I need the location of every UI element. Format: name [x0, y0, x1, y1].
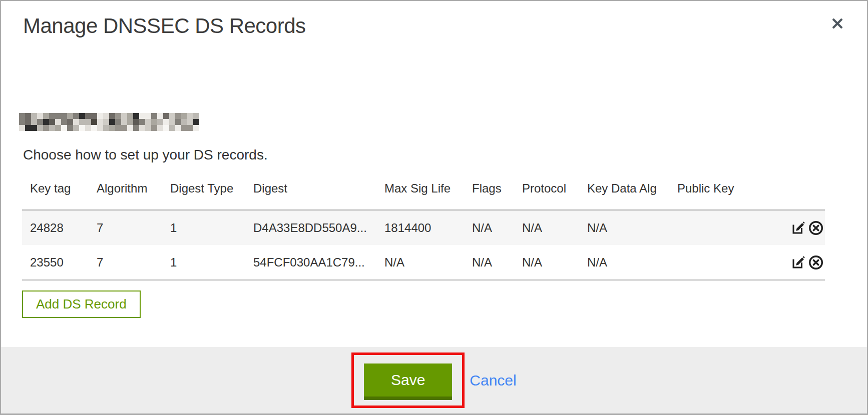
redacted-pixel [193, 119, 199, 125]
cell-digest-type: 1 [162, 210, 245, 245]
column-header-key-data-alg: Key Data Alg [579, 168, 669, 210]
redacted-pixel [115, 119, 121, 125]
manage-dnssec-ds-records-modal: Manage DNSSEC DS Records Choose how to s… [0, 0, 868, 415]
column-header-flags: Flags [464, 168, 514, 210]
redacted-pixel [91, 125, 97, 131]
modal-footer: Save Cancel [1, 347, 867, 414]
cell-key-tag: 23550 [22, 245, 89, 280]
redacted-pixel [61, 113, 67, 119]
edit-record-button[interactable] [790, 254, 806, 270]
redacted-pixel [157, 125, 163, 131]
redacted-pixel [169, 113, 175, 119]
redacted-pixel [145, 119, 151, 125]
redacted-pixel [67, 113, 73, 119]
redacted-pixel [73, 125, 79, 131]
redacted-pixel [133, 113, 139, 119]
redacted-pixel [139, 125, 145, 131]
redacted-pixel [151, 113, 157, 119]
delete-record-button[interactable] [808, 220, 824, 236]
close-button[interactable] [830, 16, 845, 31]
redacted-pixel [163, 125, 169, 131]
redacted-pixel [103, 125, 109, 131]
redacted-pixel [25, 125, 31, 131]
column-header-digest: Digest [245, 168, 376, 210]
redacted-pixel [37, 125, 43, 131]
redacted-pixel [97, 125, 103, 131]
delete-record-button[interactable] [808, 254, 824, 270]
redacted-pixel [43, 119, 49, 125]
cell-key-tag: 24828 [22, 210, 89, 245]
cell-digest: 54FCF030AA1C79... [245, 245, 376, 280]
redacted-pixel [175, 119, 181, 125]
column-header-public-key: Public Key [669, 168, 758, 210]
redacted-pixel [139, 113, 145, 119]
cell-protocol: N/A [514, 210, 579, 245]
cell-max-sig-life: 1814400 [376, 210, 464, 245]
redacted-pixel [25, 113, 31, 119]
redacted-pixel [37, 113, 43, 119]
redacted-pixel [109, 119, 115, 125]
add-ds-record-button[interactable]: Add DS Record [22, 290, 141, 318]
redacted-pixel [163, 119, 169, 125]
redacted-pixel [73, 119, 79, 125]
redacted-pixel [187, 125, 193, 131]
redacted-pixel [181, 119, 187, 125]
redacted-pixel [169, 125, 175, 131]
column-header-digest-type: Digest Type [162, 168, 245, 210]
save-button[interactable]: Save [364, 364, 452, 400]
redacted-pixel [133, 125, 139, 131]
redacted-pixel [175, 125, 181, 131]
redacted-pixel [85, 119, 91, 125]
redacted-pixel [73, 113, 79, 119]
redacted-pixel [133, 119, 139, 125]
column-header-key-tag: Key tag [22, 168, 89, 210]
redacted-pixel [25, 119, 31, 125]
redacted-pixel [49, 119, 55, 125]
redacted-pixel [193, 113, 199, 119]
delete-record-icon [808, 254, 824, 270]
redacted-pixel [109, 113, 115, 119]
redacted-pixel [145, 113, 151, 119]
redacted-pixel [121, 119, 127, 125]
cell-flags: N/A [464, 210, 514, 245]
close-icon [830, 16, 844, 30]
redacted-pixel [67, 119, 73, 125]
ds-records-table: Key tagAlgorithmDigest TypeDigestMax Sig… [22, 168, 825, 280]
redacted-pixel [187, 119, 193, 125]
redacted-pixel [169, 119, 175, 125]
redacted-pixel [97, 113, 103, 119]
redacted-pixel [31, 119, 37, 125]
modal-title: Manage DNSSEC DS Records [23, 14, 867, 38]
redacted-pixel [79, 125, 85, 131]
redacted-pixel [85, 113, 91, 119]
cancel-link[interactable]: Cancel [470, 372, 516, 389]
annotation-red-box: Save [351, 352, 465, 408]
redacted-pixel [151, 125, 157, 131]
redacted-pixel [55, 113, 61, 119]
redacted-domain-name [19, 113, 199, 131]
column-header-protocol: Protocol [514, 168, 579, 210]
redacted-pixel [181, 125, 187, 131]
cell-protocol: N/A [514, 245, 579, 280]
redacted-pixel [85, 125, 91, 131]
redacted-pixel [55, 119, 61, 125]
redacted-pixel [31, 113, 37, 119]
cell-digest: D4A33E8DD550A9... [245, 210, 376, 245]
table-row: 2482871D4A33E8DD550A9...1814400N/AN/AN/A [22, 210, 825, 245]
cell-actions [758, 210, 825, 245]
cell-digest-type: 1 [162, 245, 245, 280]
cell-key-data-alg: N/A [579, 245, 669, 280]
redacted-pixel [157, 119, 163, 125]
edit-record-button[interactable] [790, 220, 806, 236]
table-row: 235507154FCF030AA1C79...N/AN/AN/AN/A [22, 245, 825, 280]
redacted-pixel [181, 113, 187, 119]
redacted-pixel [19, 119, 25, 125]
redacted-pixel [79, 113, 85, 119]
redacted-pixel [55, 125, 61, 131]
redacted-pixel [193, 125, 199, 131]
redacted-pixel [49, 125, 55, 131]
redacted-pixel [103, 113, 109, 119]
redacted-pixel [157, 113, 163, 119]
redacted-pixel [109, 125, 115, 131]
redacted-pixel [127, 125, 133, 131]
